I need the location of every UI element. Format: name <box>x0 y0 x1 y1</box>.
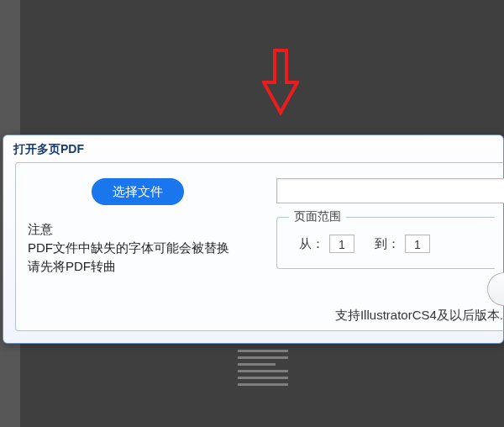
dialog-footer-text: 支持IllustratorCS4及以后版本. <box>335 308 503 324</box>
annotation-arrow-down-icon <box>262 49 299 116</box>
dialog-title: 打开多页PDF <box>3 135 503 162</box>
from-label: 从： <box>299 236 324 252</box>
note-line-2: 请先将PDF转曲 <box>28 257 255 276</box>
page-range-legend: 页面范围 <box>289 209 346 224</box>
to-label: 到： <box>375 236 400 252</box>
note-heading: 注意 <box>28 220 255 239</box>
background-document-icon <box>238 350 288 396</box>
select-file-button[interactable]: 选择文件 <box>92 178 184 205</box>
page-to-input[interactable]: 1 <box>405 235 430 253</box>
page-range-row: 从： 1 到： 1 <box>299 235 430 253</box>
page-range-group: 页面范围 从： 1 到： 1 <box>276 217 495 269</box>
note-line-1: PDF文件中缺失的字体可能会被替换 <box>28 239 255 257</box>
dialog-body: 选择文件 注意 PDF文件中缺失的字体可能会被替换 请先将PDF转曲 页面范围 … <box>15 162 503 331</box>
page-from-input[interactable]: 1 <box>329 235 354 253</box>
note-block: 注意 PDF文件中缺失的字体可能会被替换 请先将PDF转曲 <box>28 220 255 276</box>
file-path-input[interactable] <box>276 178 504 203</box>
round-button-partial[interactable] <box>487 272 504 306</box>
open-multipage-pdf-dialog: 打开多页PDF 选择文件 注意 PDF文件中缺失的字体可能会被替换 请先将PDF… <box>3 134 504 344</box>
